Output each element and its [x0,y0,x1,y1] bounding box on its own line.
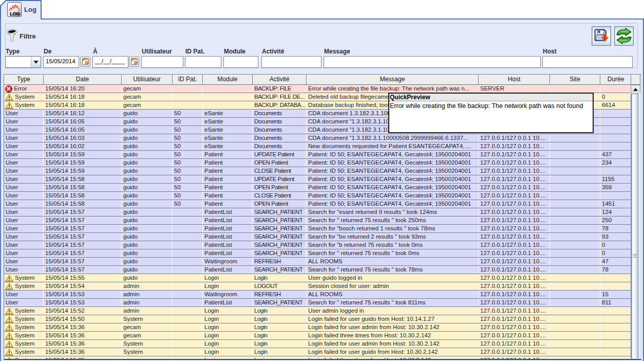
svg-text:LOG: LOG [10,11,20,16]
